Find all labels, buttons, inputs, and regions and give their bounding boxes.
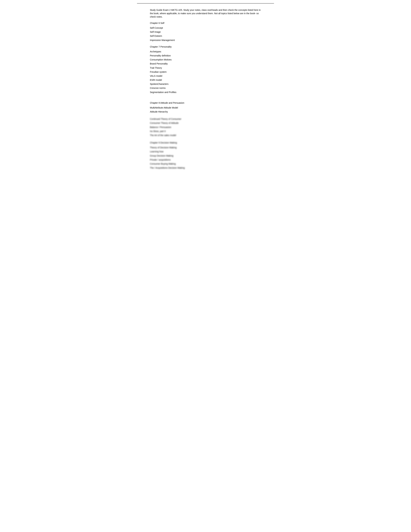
topic-segmentation-profiles: Segmentation and Profiles [150, 90, 261, 94]
topic-multiattribute: MultiAttribute Attitude Model [150, 106, 261, 110]
blurred-line-8: Group Decision Making [150, 154, 261, 158]
blurred-chapter-heading: Chapter 9 Decision Making [150, 141, 261, 144]
topic-freudian-system: Freudian system [150, 70, 261, 74]
topic-self-concept: Self-Concept [150, 26, 261, 30]
topic-consumption-motives: Consumption Motives [150, 58, 261, 62]
topic-impression-management: Impression Management [150, 38, 261, 42]
blurred-section-2: Theory of Decision Making Learning how G… [150, 146, 261, 170]
blurred-line-11: The / Acquisitions Decision Making [150, 166, 261, 170]
topic-attitude-hierarchy: Attitude Hierarchy [150, 110, 261, 114]
chapter8-heading: Chapter 8 Attitude and Persuasion [150, 102, 261, 104]
topic-self-esteem: Self Esteem [150, 34, 261, 38]
blurred-line-4: Ira Sloss, part II [150, 129, 261, 133]
chapter7-topics: Archetypes Personality definition Consum… [150, 50, 261, 94]
top-border [137, 3, 274, 4]
topic-spokes-characters: SpokesCharacters [150, 82, 261, 86]
topic-trait-theory: Trait Theory [150, 66, 261, 70]
blurred-line-3: Balance / Persuasion [150, 125, 261, 129]
topic-crescive-norms: Crescive norms [150, 86, 261, 90]
blurred-section-1: Continued Theory of Consumer Consumer Th… [150, 117, 261, 137]
blurred-line-10: Consumer Buying Making [150, 162, 261, 166]
blurred-line-1: Continued Theory of Consumer [150, 117, 261, 121]
topic-archetypes: Archetypes [150, 50, 261, 54]
blurred-line-5: The Art of the sales model [150, 133, 261, 137]
chapter6-topics: Self-Concept Self Image Self Esteem Impr… [150, 26, 261, 42]
topic-self-image: Self Image [150, 30, 261, 34]
topic-vals-model: VALS model [150, 74, 261, 78]
blurred-line-2: Consumer Theory of Attitude [150, 121, 261, 125]
topic-esri-model: ESRI model [150, 78, 261, 82]
intro-paragraph: Study Guide Exam 2 MKTG 425. Study your … [150, 8, 261, 19]
blurred-line-7: Learning how [150, 150, 261, 154]
blurred-line-6: Theory of Decision Making [150, 146, 261, 150]
topic-personality-definition: Personality definition [150, 54, 261, 58]
chapter8-topics: MultiAttribute Attitude Model Attitude H… [150, 106, 261, 114]
topic-brand-personality: Brand Personality [150, 62, 261, 66]
chapter6-heading: Chapter 6 Self [150, 22, 261, 24]
spacer2 [150, 139, 261, 141]
chapter7-heading: Chapter 7 Personality [150, 46, 261, 48]
page-content: Study Guide Exam 2 MKTG 425. Study your … [137, 8, 274, 170]
spacer1 [150, 97, 261, 100]
blurred-line-9: Private / acquisitions [150, 158, 261, 162]
